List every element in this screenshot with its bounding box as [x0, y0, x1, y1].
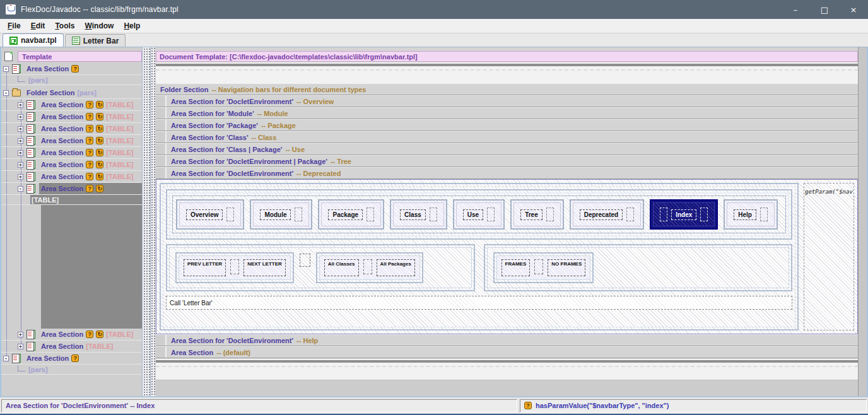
tree-item-area-section[interactable]: + Area Section [TABLE] — [1, 341, 142, 353]
tree-connector — [18, 76, 25, 82]
expand-expander[interactable]: + — [18, 138, 23, 144]
call-ref-badge-icon: ↻ — [96, 137, 103, 144]
tree-item-area-section[interactable]: + Area Section ? ↻ [TABLE] — [1, 123, 142, 135]
collapse-expander[interactable]: - — [3, 90, 9, 96]
status-selected-section: Area Section for 'DocletEnvironment' -- … — [1, 399, 517, 412]
panel-splitter[interactable] — [143, 47, 151, 396]
tree-item-table[interactable]: [TABLE] — [1, 195, 142, 205]
call-ref-badge-icon: ↻ — [96, 173, 103, 180]
tree-item-area-section[interactable]: + Area Section ? ↻ [TABLE] — [1, 111, 142, 123]
row-indent-cell — [156, 120, 167, 131]
nav-cell-help[interactable]: Help — [724, 199, 778, 230]
nav-cell-index-selected[interactable]: Index — [650, 199, 718, 230]
status-bar: Area Section for 'DocletEnvironment' -- … — [0, 396, 868, 414]
area-section-row-class[interactable]: Area Section for 'Class' -- Class — [156, 131, 858, 143]
section-icon — [26, 160, 35, 170]
collapse-expander[interactable]: - — [3, 356, 9, 361]
area-section-row-module[interactable]: Area Section for 'Module' -- Module — [156, 107, 858, 119]
template-tree-panel: Template - Area Section ? [pars] - Folde… — [1, 47, 143, 396]
expand-expander[interactable]: + — [18, 332, 23, 337]
expand-expander[interactable]: + — [18, 150, 23, 156]
expand-expander[interactable]: + — [18, 162, 23, 168]
call-letter-bar-row[interactable]: Call 'Letter Bar' — [166, 296, 792, 310]
expanded-section-design[interactable]: Overview Module Package Class — [156, 179, 858, 334]
area-section-row-tree[interactable]: Area Section for 'DocletEnvironment | Pa… — [156, 155, 858, 167]
tree-item-area-section[interactable]: + Area Section ? ↻ [TABLE] — [1, 99, 142, 111]
section-icon — [26, 330, 35, 339]
menu-edit[interactable]: Edit — [26, 20, 50, 32]
minimize-button[interactable]: – — [781, 0, 810, 19]
condition-badge-icon: ? — [86, 330, 93, 338]
tab-navbar-tpl[interactable]: navbar.tpl — [3, 33, 64, 47]
tree-root-label: Template — [18, 51, 142, 62]
area-section-row-overview[interactable]: Area Section for 'DocletEnvironment' -- … — [156, 95, 858, 107]
folder-icon — [12, 90, 21, 96]
tree-item-area-section[interactable]: + Area Section ? ↻ [TABLE] — [1, 135, 142, 147]
area-section-row-default[interactable]: Area Section -- (default) — [156, 346, 858, 358]
nav-cell-overview[interactable]: Overview — [176, 199, 244, 230]
param-expression-column[interactable]: getParam("$nav — [804, 183, 854, 330]
placeholder-box — [534, 259, 543, 274]
section-icon — [26, 112, 35, 122]
placeholder-box — [295, 208, 302, 221]
section-icon — [26, 342, 35, 351]
menu-file[interactable]: File — [3, 20, 26, 32]
tree-item-area-section[interactable]: - Area Section ? — [1, 353, 142, 365]
tree-item-pars[interactable]: [pars] — [1, 75, 142, 85]
tree-item-pars[interactable]: [pars] — [1, 365, 142, 375]
secondary-nav-band: PREV LETTER NEXT LETTER All Classe — [166, 244, 792, 291]
tree-item-area-section[interactable]: + Area Section ? ↻ [TABLE] — [1, 147, 142, 159]
area-section-row-help[interactable]: Area Section for 'DocletEnvironment' -- … — [156, 334, 858, 346]
area-section-row-use[interactable]: Area Section for 'Class | Package' -- Us… — [156, 143, 858, 155]
tree-item-area-section[interactable]: - Area Section ? — [1, 63, 142, 75]
expand-expander[interactable]: + — [18, 344, 23, 349]
window-title: FlexDoc/Javadoc -- classic/lib/frgm/navb… — [21, 5, 179, 14]
condition-badge-icon: ? — [71, 354, 79, 362]
nav-cell-class[interactable]: Class — [390, 199, 447, 230]
menu-tools[interactable]: Tools — [50, 20, 79, 32]
nav-cell-use[interactable]: Use — [453, 199, 505, 230]
tab-label: navbar.tpl — [21, 36, 57, 45]
tree-item-area-section-selected[interactable]: - Area Section ? ↻ — [1, 183, 142, 195]
expand-expander[interactable]: + — [18, 126, 23, 132]
nav-cell-package[interactable]: Package — [318, 199, 384, 230]
folder-section-row[interactable]: Folder Section -- Navigation bars for di… — [156, 83, 858, 95]
window-controls: – □ × — [781, 0, 868, 19]
nav-cell-module[interactable]: Module — [250, 199, 312, 230]
collapsed-region — [156, 359, 858, 380]
tree-item-folder-section[interactable]: - Folder Section [pars] — [1, 87, 142, 99]
condition-badge-icon: ? — [86, 149, 93, 156]
menu-window[interactable]: Window — [80, 20, 119, 32]
menu-help[interactable]: Help — [119, 20, 145, 32]
fragment-icon — [72, 37, 80, 45]
nav-cell-tree[interactable]: Tree — [510, 199, 564, 230]
tree-root-template[interactable]: Template — [1, 51, 142, 62]
collapse-expander[interactable]: - — [3, 66, 9, 72]
status-condition-expression: ? hasParamValue("$navbarType", "index") — [520, 399, 867, 412]
expand-expander[interactable]: + — [18, 102, 23, 108]
expand-expander[interactable]: + — [18, 174, 23, 180]
collapse-expander[interactable]: - — [18, 186, 23, 192]
call-ref-badge-icon: ↻ — [96, 101, 103, 108]
nav-cell-deprecated[interactable]: Deprecated — [570, 199, 644, 230]
maximize-button[interactable]: □ — [810, 0, 839, 19]
placeholder-box — [363, 259, 372, 274]
vertical-scrollbar[interactable] — [858, 47, 867, 396]
condition-badge-icon: ? — [86, 137, 93, 144]
tree-item-area-section[interactable]: + Area Section ? ↻ [TABLE] — [1, 329, 142, 341]
expand-expander[interactable]: + — [18, 114, 23, 120]
tree-item-area-section[interactable]: + Area Section ? ↻ [TABLE] — [1, 159, 142, 171]
tree-item-area-section[interactable]: + Area Section ? ↻ [TABLE] — [1, 171, 142, 183]
close-button[interactable]: × — [839, 0, 868, 19]
area-section-row-package[interactable]: Area Section for 'Package' -- Package — [156, 119, 858, 131]
letter-nav-container[interactable]: PREV LETTER NEXT LETTER All Classe — [166, 244, 475, 291]
call-ref-badge-icon: ↻ — [96, 113, 103, 120]
all-classes-group[interactable]: All Classes All Packages — [316, 252, 423, 283]
frames-nav-container[interactable]: FRAMES NO FRAMES — [484, 244, 793, 291]
frames-links-group[interactable]: FRAMES NO FRAMES — [493, 252, 594, 283]
row-indent-cell — [156, 168, 167, 178]
area-section-row-deprecated[interactable]: Area Section for 'DocletEnvironment' -- … — [156, 167, 858, 179]
tab-letter-bar[interactable]: Letter Bar — [65, 34, 126, 47]
letter-links-group[interactable]: PREV LETTER NEXT LETTER — [175, 252, 294, 283]
placeholder-box — [230, 259, 239, 274]
